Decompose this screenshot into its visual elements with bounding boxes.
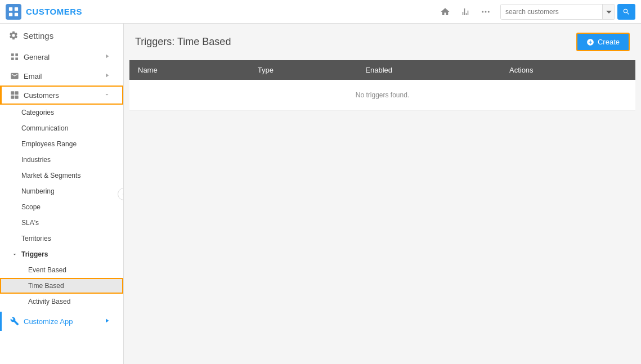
- settings-header: Settings: [0, 24, 123, 47]
- sidebar-sub-employees-range[interactable]: Employees Range: [0, 136, 123, 152]
- search-input[interactable]: [501, 5, 602, 19]
- svg-rect-0: [9, 7, 12, 10]
- triggers-label: Triggers: [21, 250, 48, 258]
- sidebar-sub-time-based[interactable]: Time Based: [0, 278, 123, 294]
- customers-label: Customers: [24, 91, 59, 100]
- svg-point-5: [485, 11, 487, 12]
- sidebar-sub-numbering[interactable]: Numbering: [0, 183, 123, 199]
- sidebar-sub-industries[interactable]: Industries: [0, 152, 123, 168]
- svg-rect-14: [15, 96, 19, 99]
- home-button[interactable]: [436, 3, 454, 21]
- chart-button[interactable]: [456, 3, 474, 21]
- sidebar-sub-categories[interactable]: Categories: [0, 105, 123, 120]
- general-label: General: [24, 53, 50, 61]
- email-chevron: [104, 72, 115, 80]
- content-header: Triggers: Time Based Create: [124, 24, 641, 60]
- svg-rect-3: [15, 12, 18, 16]
- sidebar-item-email[interactable]: Email: [0, 66, 123, 86]
- main-layout: Settings General Email Customers: [0, 24, 641, 364]
- triggers-section-header[interactable]: Triggers: [0, 246, 123, 262]
- app-title: CUSTOMERS: [26, 7, 82, 16]
- svg-rect-11: [11, 91, 14, 95]
- settings-label: Settings: [23, 31, 53, 41]
- sidebar-sub-territories[interactable]: Territories: [0, 231, 123, 246]
- search-container: [500, 4, 615, 20]
- sidebar-sub-activity-based[interactable]: Activity Based: [0, 294, 123, 309]
- sidebar-sub-scope[interactable]: Scope: [0, 199, 123, 215]
- page-title: Triggers: Time Based: [135, 36, 231, 48]
- app-icon: [6, 4, 21, 20]
- col-name: Name: [129, 60, 249, 80]
- customize-label: Customize App: [24, 317, 73, 326]
- svg-rect-1: [15, 7, 18, 10]
- search-dropdown-button[interactable]: [602, 5, 615, 19]
- sidebar-sub-market-segments[interactable]: Market & Segments: [0, 168, 123, 183]
- triggers-table: Name Type Enabled Actions No triggers fo…: [129, 60, 635, 111]
- search-go-button[interactable]: [617, 4, 635, 20]
- svg-rect-10: [15, 57, 18, 60]
- customize-chevron: [104, 317, 115, 326]
- create-button[interactable]: Create: [576, 33, 630, 51]
- create-label: Create: [598, 38, 620, 46]
- no-data-message: No triggers found.: [129, 80, 635, 111]
- svg-rect-8: [15, 53, 18, 56]
- no-data-row: No triggers found.: [129, 80, 635, 111]
- sidebar-item-general[interactable]: General: [0, 47, 123, 66]
- sidebar: Settings General Email Customers: [0, 24, 124, 364]
- general-chevron: [104, 53, 115, 61]
- customers-chevron: [104, 91, 115, 100]
- col-enabled: Enabled: [357, 60, 501, 80]
- svg-rect-2: [9, 12, 12, 16]
- email-label: Email: [24, 72, 42, 80]
- svg-rect-7: [11, 53, 14, 56]
- sidebar-sub-slas[interactable]: SLA's: [0, 215, 123, 231]
- more-button[interactable]: [477, 3, 495, 21]
- sidebar-sub-event-based[interactable]: Event Based: [0, 262, 123, 278]
- top-header: CUSTOMERS: [0, 0, 641, 24]
- content-area: Triggers: Time Based Create Name Type En…: [124, 24, 641, 364]
- col-actions: Actions: [501, 60, 635, 80]
- sidebar-sub-communication[interactable]: Communication: [0, 120, 123, 136]
- header-icons: [436, 3, 495, 21]
- sidebar-item-customers[interactable]: Customers: [0, 86, 123, 105]
- sidebar-customize-app[interactable]: Customize App: [0, 312, 123, 331]
- svg-rect-12: [15, 91, 19, 95]
- svg-point-6: [488, 11, 490, 12]
- svg-rect-13: [11, 96, 14, 99]
- svg-point-4: [482, 11, 483, 12]
- svg-rect-9: [11, 57, 14, 60]
- col-type: Type: [249, 60, 357, 80]
